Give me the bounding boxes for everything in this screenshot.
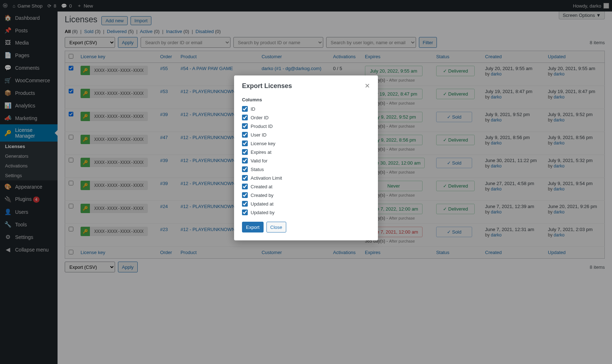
column-checkbox[interactable]: [242, 149, 248, 155]
export-column-option[interactable]: User ID: [242, 132, 370, 138]
export-column-option[interactable]: Updated at: [242, 201, 370, 207]
column-label: License key: [251, 141, 275, 146]
column-checkbox[interactable]: [242, 132, 248, 138]
modal-title: Export Licenses: [242, 82, 292, 90]
export-column-option[interactable]: Activation Limit: [242, 175, 370, 181]
column-label: ID: [251, 106, 255, 112]
column-label: Updated by: [251, 210, 275, 215]
export-column-option[interactable]: Created by: [242, 192, 370, 198]
column-checkbox[interactable]: [242, 184, 248, 189]
column-checkbox[interactable]: [242, 175, 248, 181]
column-label: Product ID: [251, 124, 273, 129]
modal-overlay[interactable]: Export Licenses ✕ Columns ID Order ID Pr…: [0, 0, 612, 364]
export-column-option[interactable]: Expires at: [242, 149, 370, 155]
column-checkbox[interactable]: [242, 209, 248, 215]
export-column-option[interactable]: License key: [242, 140, 370, 146]
column-label: Activation Limit: [251, 175, 282, 181]
export-column-option[interactable]: Product ID: [242, 123, 370, 129]
export-column-option[interactable]: Created at: [242, 184, 370, 189]
export-column-option[interactable]: Status: [242, 166, 370, 172]
export-column-option[interactable]: Updated by: [242, 209, 370, 215]
column-label: Status: [251, 167, 264, 172]
column-checkbox[interactable]: [242, 106, 248, 112]
column-label: Expires at: [251, 149, 271, 155]
export-button[interactable]: Export: [242, 222, 264, 232]
column-label: User ID: [251, 132, 266, 138]
column-checkbox[interactable]: [242, 140, 248, 146]
column-label: Created by: [251, 193, 274, 198]
column-checkbox[interactable]: [242, 123, 248, 129]
column-label: Valid for: [251, 158, 268, 163]
export-column-option[interactable]: Order ID: [242, 115, 370, 120]
columns-heading: Columns: [242, 97, 370, 102]
column-checkbox[interactable]: [242, 192, 248, 198]
close-icon[interactable]: ✕: [365, 82, 370, 90]
column-checkbox[interactable]: [242, 201, 248, 207]
column-label: Order ID: [251, 115, 269, 120]
export-column-option[interactable]: Valid for: [242, 158, 370, 163]
export-column-option[interactable]: ID: [242, 106, 370, 112]
column-checkbox[interactable]: [242, 166, 248, 172]
close-button[interactable]: Close: [266, 222, 286, 232]
column-checkbox[interactable]: [242, 115, 248, 120]
export-modal: Export Licenses ✕ Columns ID Order ID Pr…: [234, 75, 378, 240]
column-label: Updated at: [251, 201, 274, 207]
column-label: Created at: [251, 184, 273, 189]
column-checkbox[interactable]: [242, 158, 248, 163]
